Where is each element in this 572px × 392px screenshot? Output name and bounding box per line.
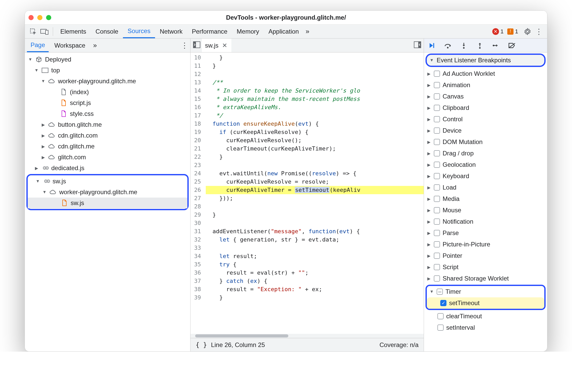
tree-node-file[interactable]: style.css bbox=[25, 108, 190, 119]
braces-icon[interactable]: { } bbox=[196, 341, 207, 349]
tree-node-origin[interactable]: cdn.glitch.me bbox=[25, 141, 190, 152]
tab-console[interactable]: Console bbox=[91, 25, 123, 38]
step-into-icon[interactable] bbox=[460, 41, 468, 50]
code-editor[interactable]: 1011121314151617181920212223242526272829… bbox=[190, 52, 424, 334]
navigator-menu-icon[interactable]: ⋮ bbox=[181, 41, 188, 50]
checkbox[interactable] bbox=[434, 241, 440, 247]
bp-category[interactable]: Control bbox=[424, 114, 547, 125]
bp-category-timer[interactable]: Timer bbox=[427, 286, 544, 297]
subtab-page[interactable]: Page bbox=[27, 39, 49, 52]
bp-category[interactable]: Mouse bbox=[424, 205, 547, 216]
breakpoint-category-list[interactable]: Ad Auction WorkletAnimationCanvasClipboa… bbox=[424, 68, 547, 284]
checkbox[interactable] bbox=[434, 82, 440, 88]
tabs-overflow-icon[interactable]: » bbox=[304, 27, 311, 35]
bp-category[interactable]: Picture-in-Picture bbox=[424, 239, 547, 250]
checkbox[interactable] bbox=[434, 150, 440, 156]
bp-category[interactable]: Drag / drop bbox=[424, 148, 547, 159]
subtab-workspace[interactable]: Workspace bbox=[51, 39, 89, 52]
bp-category[interactable]: Ad Auction Worklet bbox=[424, 68, 547, 79]
bp-category[interactable]: Parse bbox=[424, 227, 547, 239]
event-listener-breakpoints-header[interactable]: Event Listener Breakpoints bbox=[426, 54, 546, 67]
checkbox[interactable] bbox=[434, 162, 440, 168]
bp-category[interactable]: Animation bbox=[424, 79, 547, 91]
subtabs-overflow-icon[interactable]: » bbox=[91, 41, 99, 49]
tab-network[interactable]: Network bbox=[155, 25, 187, 38]
horizontal-scrollbar[interactable] bbox=[190, 334, 424, 338]
bp-category[interactable]: Canvas bbox=[424, 91, 547, 102]
step-out-icon[interactable] bbox=[476, 41, 484, 50]
resume-icon[interactable] bbox=[428, 41, 436, 50]
checkbox[interactable] bbox=[434, 275, 440, 282]
bp-category[interactable]: Geolocation bbox=[424, 159, 547, 170]
file-tree[interactable]: Deployed top worker-playground.gli bbox=[25, 52, 190, 351]
inspect-element-icon[interactable] bbox=[27, 26, 39, 37]
tree-node-sw-site[interactable]: worker-playground.glitch.me bbox=[28, 187, 187, 198]
device-toolbar-icon[interactable] bbox=[39, 26, 50, 37]
tab-elements[interactable]: Elements bbox=[56, 25, 91, 38]
checkbox-mixed[interactable] bbox=[437, 289, 443, 295]
bp-category[interactable]: Shared Storage Worklet bbox=[424, 273, 547, 284]
tree-node-sw-file[interactable]: sw.js bbox=[28, 198, 187, 208]
close-tab-icon[interactable]: ✕ bbox=[221, 41, 228, 50]
bp-category[interactable]: Device bbox=[424, 125, 547, 136]
warning-badge[interactable]: ! 1 bbox=[507, 28, 518, 35]
bp-item-cleartimeout[interactable]: clearTimeout bbox=[424, 311, 547, 322]
tree-node-file[interactable]: (index) bbox=[25, 87, 190, 97]
checkbox[interactable] bbox=[434, 184, 440, 191]
toggle-navigator-icon[interactable] bbox=[193, 41, 200, 50]
tree-node-origin[interactable]: button.glitch.me bbox=[25, 119, 190, 130]
bp-category[interactable]: DOM Mutation bbox=[424, 136, 547, 148]
tab-application[interactable]: Application bbox=[264, 25, 303, 38]
checkbox[interactable] bbox=[434, 196, 440, 202]
tree-node-origin[interactable]: cdn.glitch.com bbox=[25, 130, 190, 141]
step-icon[interactable] bbox=[492, 41, 500, 50]
checkbox[interactable] bbox=[437, 325, 444, 331]
checkbox[interactable] bbox=[434, 116, 440, 122]
checkbox[interactable] bbox=[434, 127, 440, 134]
toggle-debugger-icon[interactable] bbox=[414, 41, 421, 50]
bp-item-setinterval[interactable]: setInterval bbox=[424, 322, 547, 333]
tree-node-deployed[interactable]: Deployed bbox=[25, 54, 190, 65]
bp-category[interactable]: Notification bbox=[424, 216, 547, 227]
bp-category[interactable]: Script bbox=[424, 261, 547, 273]
checkbox-checked[interactable]: ✓ bbox=[440, 300, 446, 306]
close-dot[interactable] bbox=[28, 15, 34, 20]
minimize-dot[interactable] bbox=[37, 15, 42, 20]
checkbox[interactable] bbox=[434, 93, 440, 100]
checkbox[interactable] bbox=[437, 313, 444, 319]
checkbox[interactable] bbox=[434, 139, 440, 145]
tree-node-top[interactable]: top bbox=[25, 65, 190, 76]
checkbox[interactable] bbox=[434, 71, 440, 77]
checkbox[interactable] bbox=[434, 173, 440, 179]
step-over-icon[interactable] bbox=[444, 41, 452, 50]
code-body[interactable]: } } /** * In order to keep the ServiceWo… bbox=[204, 52, 424, 334]
checkbox[interactable] bbox=[434, 230, 440, 236]
traffic-lights bbox=[28, 15, 51, 20]
bp-category[interactable]: Load bbox=[424, 182, 547, 193]
tree-node-site[interactable]: worker-playground.glitch.me bbox=[25, 76, 190, 87]
tree-node-origin[interactable]: glitch.com bbox=[25, 152, 190, 163]
checkbox[interactable] bbox=[434, 253, 440, 259]
error-badge[interactable]: ✕ 1 bbox=[492, 28, 504, 35]
settings-gear-icon[interactable] bbox=[522, 26, 533, 37]
bp-item-settimeout[interactable]: ✓ setTimeout bbox=[427, 297, 544, 309]
editor-filetab[interactable]: sw.js ✕ bbox=[202, 39, 231, 52]
debugger-pane: Event Listener Breakpoints Ad Auction Wo… bbox=[424, 39, 547, 351]
tab-sources[interactable]: Sources bbox=[123, 25, 155, 38]
bp-category[interactable]: Keyboard bbox=[424, 170, 547, 182]
bp-category[interactable]: Pointer bbox=[424, 250, 547, 261]
tree-node-dedicated[interactable]: dedicated.js bbox=[25, 163, 190, 174]
checkbox[interactable] bbox=[434, 207, 440, 213]
bp-category[interactable]: Media bbox=[424, 193, 547, 205]
checkbox[interactable] bbox=[434, 218, 440, 225]
more-menu-icon[interactable]: ⋮ bbox=[533, 26, 545, 37]
checkbox[interactable] bbox=[434, 264, 440, 270]
deactivate-breakpoints-icon[interactable] bbox=[508, 41, 516, 50]
bp-category[interactable]: Clipboard bbox=[424, 102, 547, 114]
zoom-dot[interactable] bbox=[46, 15, 51, 20]
tree-node-sw-root[interactable]: sw.js bbox=[28, 176, 187, 187]
checkbox[interactable] bbox=[434, 105, 440, 111]
tab-memory[interactable]: Memory bbox=[232, 25, 264, 38]
tree-node-file[interactable]: script.js bbox=[25, 97, 190, 108]
tab-performance[interactable]: Performance bbox=[187, 25, 232, 38]
